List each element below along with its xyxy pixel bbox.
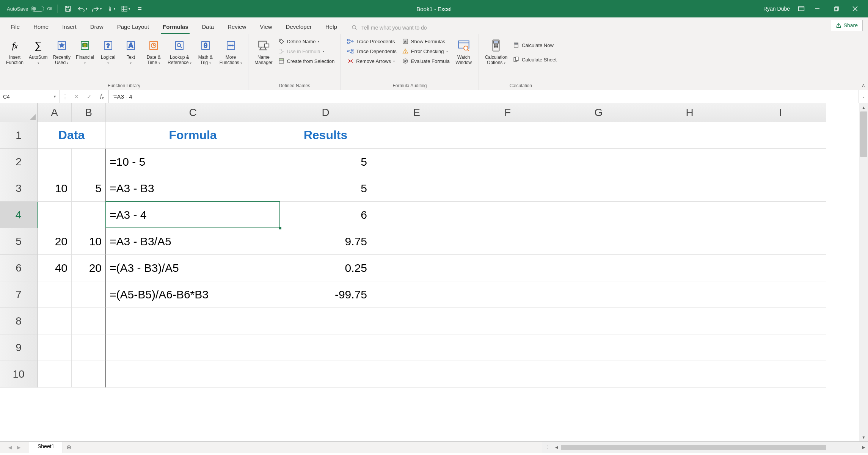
cell-A10[interactable] bbox=[38, 361, 72, 388]
cell-G7[interactable] bbox=[553, 281, 644, 308]
cell-G5[interactable] bbox=[553, 228, 644, 255]
cell-H1[interactable] bbox=[644, 122, 735, 149]
tab-page-layout[interactable]: Page Layout bbox=[110, 20, 156, 34]
cell-C7[interactable]: =(A5-B5)/A6-B6*B3 bbox=[106, 281, 280, 308]
cell-B6[interactable]: 20 bbox=[72, 255, 106, 281]
cell-C8[interactable] bbox=[106, 308, 280, 334]
watch-window-button[interactable]: Watch Window bbox=[453, 36, 475, 67]
remove-arrows-button[interactable]: Remove Arrows ▾ bbox=[345, 57, 399, 65]
tab-home[interactable]: Home bbox=[27, 20, 55, 34]
autosave-toggle[interactable]: AutoSave Off bbox=[7, 6, 52, 12]
calculation-options-button[interactable]: Calculation Options ▾ bbox=[483, 36, 510, 67]
cell-G2[interactable] bbox=[553, 149, 644, 175]
cell-grid[interactable]: DataFormulaResults=10 - 55105=A3 - B35=A… bbox=[38, 122, 859, 441]
cell-D2[interactable]: 5 bbox=[280, 149, 371, 175]
row-header-9[interactable]: 9 bbox=[0, 334, 38, 361]
scroll-left-button[interactable]: ◀ bbox=[553, 445, 561, 449]
customize-qat-button[interactable]: 〓 bbox=[135, 3, 145, 14]
cell-G9[interactable] bbox=[553, 334, 644, 361]
scroll-up-button[interactable]: ▲ bbox=[859, 103, 868, 111]
tab-formulas[interactable]: Formulas bbox=[156, 20, 195, 34]
show-formulas-button[interactable]: fxShow Formulas bbox=[400, 37, 452, 46]
ribbon-display-options-button[interactable] bbox=[795, 3, 807, 15]
cell-A9[interactable] bbox=[38, 334, 72, 361]
cell-E2[interactable] bbox=[371, 149, 462, 175]
sheet-tab-sheet1[interactable]: Sheet1 bbox=[29, 441, 63, 453]
horizontal-scrollbar[interactable]: ⋮ ◀ ▶ bbox=[542, 442, 868, 453]
name-box[interactable]: C4 ▼ bbox=[0, 90, 60, 103]
column-header-G[interactable]: G bbox=[553, 103, 644, 122]
column-header-D[interactable]: D bbox=[280, 103, 371, 122]
cell-C2[interactable]: =10 - 5 bbox=[106, 149, 280, 175]
maximize-button[interactable] bbox=[827, 0, 845, 17]
fill-handle[interactable] bbox=[279, 227, 282, 230]
cell-C3[interactable]: =A3 - B3 bbox=[106, 175, 280, 202]
recently-used-button[interactable]: Recently Used ▾ bbox=[50, 36, 73, 67]
enter-icon[interactable]: ✓ bbox=[83, 93, 96, 100]
column-header-F[interactable]: F bbox=[462, 103, 553, 122]
cell-B8[interactable] bbox=[72, 308, 106, 334]
sheet-prev-button[interactable]: ◀ bbox=[8, 445, 12, 450]
autosum-button[interactable]: ∑ AutoSum▾ bbox=[27, 36, 50, 67]
cell-F5[interactable] bbox=[462, 228, 553, 255]
cell-A8[interactable] bbox=[38, 308, 72, 334]
name-manager-button[interactable]: Name Manager bbox=[252, 36, 275, 67]
cell-B10[interactable] bbox=[72, 361, 106, 388]
cell-A1[interactable]: Data bbox=[38, 122, 106, 149]
cell-D8[interactable] bbox=[280, 308, 371, 334]
cell-G8[interactable] bbox=[553, 308, 644, 334]
touch-mouse-mode-button[interactable]: ▾ bbox=[106, 3, 116, 14]
cell-I2[interactable] bbox=[735, 149, 826, 175]
cell-B4[interactable] bbox=[72, 202, 106, 228]
cell-G10[interactable] bbox=[553, 361, 644, 388]
cell-B3[interactable]: 5 bbox=[72, 175, 106, 202]
row-header-4[interactable]: 4 bbox=[0, 202, 38, 228]
cell-G6[interactable] bbox=[553, 255, 644, 281]
cell-C10[interactable] bbox=[106, 361, 280, 388]
error-checking-button[interactable]: Error Checking ▾ bbox=[400, 47, 452, 55]
expand-formula-bar-button[interactable]: ⌄ bbox=[858, 90, 868, 103]
cell-C6[interactable]: =(A3 - B3)/A5 bbox=[106, 255, 280, 281]
cell-D7[interactable]: -99.75 bbox=[280, 281, 371, 308]
cell-A4[interactable] bbox=[38, 202, 72, 228]
vscroll-track[interactable] bbox=[859, 111, 868, 433]
hscroll-track[interactable] bbox=[561, 444, 860, 451]
evaluate-formula-button[interactable]: fxEvaluate Formula bbox=[400, 57, 452, 65]
trace-dependents-button[interactable]: Trace Dependents bbox=[345, 47, 399, 55]
cell-D4[interactable]: 6 bbox=[280, 202, 371, 228]
cell-H4[interactable] bbox=[644, 202, 735, 228]
cell-I5[interactable] bbox=[735, 228, 826, 255]
cell-B5[interactable]: 10 bbox=[72, 228, 106, 255]
math-trig-button[interactable]: θ Math & Trig ▾ bbox=[195, 36, 217, 67]
vertical-scrollbar[interactable]: ▲ ▼ bbox=[859, 103, 868, 441]
row-header-5[interactable]: 5 bbox=[0, 228, 38, 255]
cell-A6[interactable]: 40 bbox=[38, 255, 72, 281]
tab-developer[interactable]: Developer bbox=[279, 20, 319, 34]
row-header-7[interactable]: 7 bbox=[0, 281, 38, 308]
select-all-corner[interactable] bbox=[0, 103, 38, 122]
cell-E8[interactable] bbox=[371, 308, 462, 334]
tab-review[interactable]: Review bbox=[221, 20, 253, 34]
calculate-sheet-button[interactable]: Calculate Sheet bbox=[510, 55, 559, 64]
cell-E3[interactable] bbox=[371, 175, 462, 202]
trace-precedents-button[interactable]: Trace Precedents bbox=[345, 37, 399, 46]
cell-D3[interactable]: 5 bbox=[280, 175, 371, 202]
cell-G4[interactable] bbox=[553, 202, 644, 228]
cell-F8[interactable] bbox=[462, 308, 553, 334]
cancel-formula-button[interactable]: ⋮ bbox=[60, 93, 70, 100]
cell-I6[interactable] bbox=[735, 255, 826, 281]
cell-E1[interactable] bbox=[371, 122, 462, 149]
cell-F9[interactable] bbox=[462, 334, 553, 361]
cell-G1[interactable] bbox=[553, 122, 644, 149]
cell-G3[interactable] bbox=[553, 175, 644, 202]
cell-H7[interactable] bbox=[644, 281, 735, 308]
tab-view[interactable]: View bbox=[253, 20, 279, 34]
cell-D5[interactable]: 9.75 bbox=[280, 228, 371, 255]
cell-I4[interactable] bbox=[735, 202, 826, 228]
cell-A3[interactable]: 10 bbox=[38, 175, 72, 202]
cell-D10[interactable] bbox=[280, 361, 371, 388]
hscroll-thumb[interactable] bbox=[561, 445, 826, 450]
cell-F6[interactable] bbox=[462, 255, 553, 281]
define-name-button[interactable]: Define Name ▾ bbox=[276, 37, 337, 46]
financial-button[interactable]: Financial▾ bbox=[74, 36, 96, 67]
